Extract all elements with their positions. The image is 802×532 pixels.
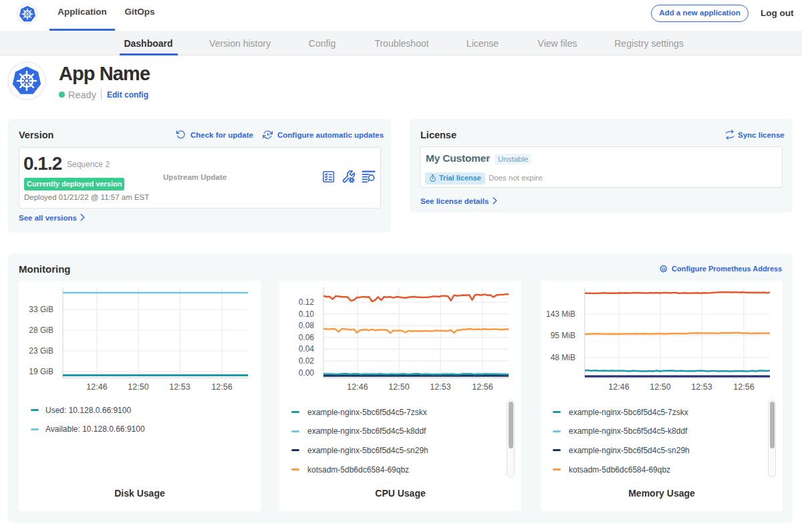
svg-text:12:50: 12:50 [388,382,409,392]
svg-text:12:53: 12:53 [691,382,712,392]
svg-text:23 GiB: 23 GiB [29,346,53,356]
svg-text:12:53: 12:53 [169,382,190,392]
svg-text:12:46: 12:46 [608,382,629,392]
svg-text:12:56: 12:56 [472,382,493,392]
svg-text:0.02: 0.02 [299,356,315,366]
svg-text:95 MiB: 95 MiB [551,331,575,340]
svg-text:12:56: 12:56 [211,382,232,392]
svg-text:0.00: 0.00 [299,368,315,378]
svg-text:33 GiB: 33 GiB [29,305,53,314]
svg-text:12:46: 12:46 [86,382,107,392]
svg-text:0.10: 0.10 [299,309,315,319]
svg-text:0.12: 0.12 [299,297,315,307]
svg-text:0.04: 0.04 [299,344,315,354]
svg-text:12:50: 12:50 [650,382,670,392]
svg-text:12:53: 12:53 [430,382,450,392]
svg-text:19 GiB: 19 GiB [29,367,53,376]
svg-text:143 MiB: 143 MiB [546,309,575,319]
svg-text:0.06: 0.06 [299,333,315,342]
svg-text:12:56: 12:56 [733,382,754,392]
svg-text:12:50: 12:50 [128,382,148,392]
svg-text:12:46: 12:46 [347,382,368,392]
svg-text:28 GiB: 28 GiB [29,325,53,335]
svg-text:0.08: 0.08 [299,321,315,330]
svg-text:48 MiB: 48 MiB [551,353,575,362]
